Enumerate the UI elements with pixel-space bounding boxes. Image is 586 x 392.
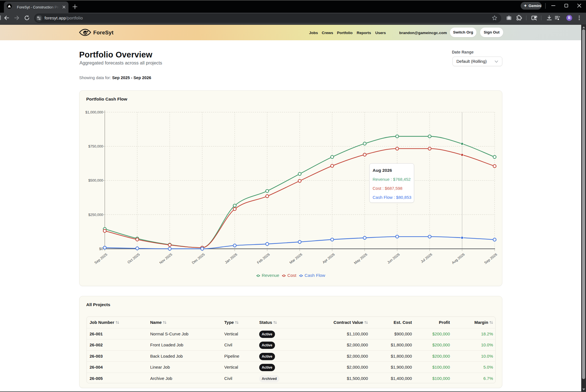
svg-text:$0: $0	[99, 247, 103, 251]
svg-text:Sep 2026: Sep 2026	[483, 252, 498, 265]
svg-text:May 2026: May 2026	[353, 252, 368, 265]
svg-text:$1,000,000: $1,000,000	[85, 110, 103, 114]
svg-text:$250,000: $250,000	[88, 213, 103, 217]
svg-text:Mar 2026: Mar 2026	[289, 252, 303, 265]
svg-text:Jun 2026: Jun 2026	[387, 252, 400, 264]
svg-text:$750,000: $750,000	[88, 144, 103, 148]
svg-text:Oct 2025: Oct 2025	[127, 252, 141, 264]
svg-text:Dec 2025: Dec 2025	[191, 252, 206, 265]
svg-text:Nov 2025: Nov 2025	[159, 252, 173, 265]
svg-text:Apr 2026: Apr 2026	[322, 252, 336, 264]
svg-text:Sep 2025: Sep 2025	[94, 252, 108, 265]
svg-text:Feb 2026: Feb 2026	[256, 252, 271, 265]
svg-text:$500,000: $500,000	[88, 179, 103, 182]
svg-text:Aug 2026: Aug 2026	[451, 252, 465, 265]
svg-text:Jul 2026: Jul 2026	[420, 252, 433, 264]
svg-text:Jan 2026: Jan 2026	[224, 252, 238, 264]
